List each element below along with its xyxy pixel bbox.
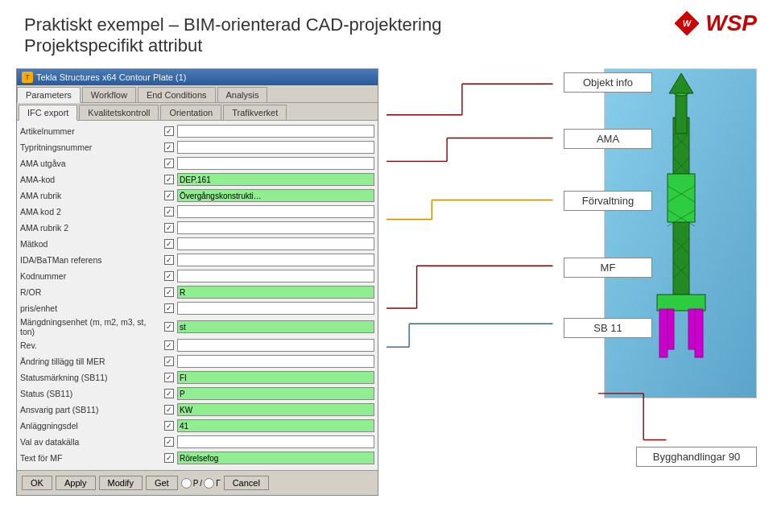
attr-value[interactable] [177, 221, 374, 234]
cancel-button[interactable]: Cancel [224, 476, 269, 490]
get-button[interactable]: Get [146, 476, 178, 490]
main-content: T Tekla Structures x64 Contour Plate (1)… [0, 64, 773, 500]
tab-ifc-export[interactable]: IFC export [19, 105, 77, 121]
attr-row: Ansvarig part (SB11)✓KW [20, 402, 374, 417]
attr-checkbox[interactable]: ✓ [161, 340, 177, 350]
attr-checkbox[interactable]: ✓ [161, 223, 177, 233]
tab-trafikverket[interactable]: Trafikverket [223, 105, 287, 120]
attr-row: Rev.✓ [20, 338, 374, 353]
attr-checkbox[interactable]: ✓ [161, 322, 177, 332]
radio-gamma-label: Γ [216, 479, 221, 488]
attr-label: Statusmärkning (SB11) [20, 373, 161, 382]
attr-label: Artikelnummer [20, 126, 161, 136]
attr-label: Val av datakälla [20, 437, 161, 447]
attr-checkbox[interactable]: ✓ [161, 175, 177, 184]
tab-analysis[interactable]: Analysis [217, 87, 268, 102]
attr-checkbox[interactable]: ✓ [161, 357, 177, 366]
right-panel: Objekt info AMA Förvaltning MF SB 11 Byg… [386, 68, 757, 471]
3d-model [604, 68, 757, 398]
attr-label: Mängdningsenhet (m, m2, m3, st, ton) [20, 317, 161, 336]
callout-ama: AMA [564, 129, 652, 149]
attr-value[interactable] [177, 435, 374, 448]
callout-objekt-info: Objekt info [564, 72, 652, 93]
attr-value[interactable]: Rörelsefog [177, 452, 374, 464]
attr-row: R/OR✓R [20, 285, 374, 299]
attr-checkbox[interactable]: ✓ [161, 271, 177, 281]
attr-value[interactable] [177, 237, 374, 250]
attr-checkbox[interactable]: ✓ [161, 159, 177, 168]
tab-kvalitetskontroll[interactable]: Kvalitetskontroll [79, 105, 159, 120]
dialog-titlebar: T Tekla Structures x64 Contour Plate (1) [17, 69, 378, 85]
attr-value[interactable] [177, 270, 374, 282]
attr-value[interactable] [177, 355, 374, 368]
attr-checkbox[interactable]: ✓ [161, 389, 177, 398]
attr-checkbox[interactable]: ✓ [161, 207, 177, 217]
apply-button[interactable]: Apply [56, 476, 96, 490]
attr-label: Ansvarig part (SB11) [20, 405, 161, 414]
attr-value[interactable] [177, 125, 374, 138]
svg-rect-22 [676, 93, 687, 134]
dialog-tabs-row1: Parameters Workflow End Conditions Analy… [17, 85, 378, 103]
attr-checkbox[interactable]: ✓ [161, 239, 177, 249]
attr-value[interactable] [177, 141, 374, 154]
attr-value[interactable] [177, 302, 374, 315]
attr-value[interactable] [177, 205, 374, 218]
attr-value[interactable]: KW [177, 403, 374, 416]
tab-end-conditions[interactable]: End Conditions [138, 87, 216, 102]
attr-label: Typritningsnummer [20, 142, 161, 152]
attr-label: AMA utgåva [20, 159, 161, 168]
dialog-footer: OK Apply Modify Get P / Γ Cancel [17, 470, 378, 495]
tab-orientation[interactable]: Orientation [160, 105, 221, 120]
wsp-diamond-icon: W [673, 10, 701, 37]
svg-rect-27 [695, 309, 703, 357]
attr-checkbox[interactable]: ✓ [161, 191, 177, 200]
attr-label: Mätkod [20, 239, 161, 249]
attr-value[interactable] [177, 157, 374, 170]
attr-value[interactable]: Övergångskonstrukti… [177, 189, 374, 202]
attr-row: IDA/BaTMan referens✓ [20, 253, 374, 267]
attr-value[interactable] [177, 339, 374, 352]
wsp-logo: W WSP [673, 10, 757, 37]
tekla-dialog: T Tekla Structures x64 Contour Plate (1)… [16, 68, 378, 496]
tab-workflow[interactable]: Workflow [82, 87, 136, 102]
ok-button[interactable]: OK [22, 476, 52, 490]
attr-checkbox[interactable]: ✓ [161, 255, 177, 265]
attr-checkbox[interactable]: ✓ [161, 126, 177, 136]
attr-value[interactable]: 41 [177, 419, 374, 432]
attr-value[interactable]: FI [177, 371, 374, 384]
svg-rect-26 [659, 309, 668, 357]
tab-parameters[interactable]: Parameters [17, 87, 81, 103]
attr-value[interactable]: R [177, 286, 374, 299]
attr-value[interactable]: st [177, 320, 374, 333]
wsp-text: WSP [705, 10, 757, 36]
attr-checkbox[interactable]: ✓ [161, 287, 177, 297]
attr-label: pris/enhet [20, 303, 161, 313]
attr-row: AMA kod 2✓ [20, 204, 374, 219]
attr-value[interactable] [177, 254, 374, 266]
attr-row: AMA rubrik 2✓ [20, 221, 374, 235]
attr-value[interactable]: P [177, 387, 374, 400]
attr-row: Ändring tillägg till MER✓ [20, 354, 374, 369]
radio-gamma[interactable] [204, 478, 214, 489]
attr-checkbox[interactable]: ✓ [161, 303, 177, 313]
callout-mf: MF [564, 258, 652, 278]
attr-value[interactable]: DEP.161 [177, 173, 374, 186]
modify-button[interactable]: Modify [99, 476, 143, 490]
attr-checkbox[interactable]: ✓ [161, 421, 177, 431]
page-header: Praktiskt exempel – BIM-orienterad CAD-p… [0, 0, 773, 64]
attr-row: Text för MF✓Rörelsefog [20, 451, 374, 465]
attr-checkbox[interactable]: ✓ [161, 453, 177, 463]
attr-row: Val av datakälla✓ [20, 435, 374, 449]
radio-p[interactable] [181, 478, 192, 489]
attr-row: Status (SB11)✓P [20, 386, 374, 401]
attr-label: AMA rubrik [20, 191, 161, 200]
attr-row: Typritningsnummer✓ [20, 140, 374, 155]
attr-checkbox[interactable]: ✓ [161, 373, 177, 382]
attr-checkbox[interactable]: ✓ [161, 142, 177, 152]
dialog-body: Artikelnummer✓Typritningsnummer✓AMA utgå… [17, 121, 378, 470]
page-subtitle: Projektspecifikt attribut [24, 35, 749, 56]
attr-checkbox[interactable]: ✓ [161, 437, 177, 447]
attr-row: Statusmärkning (SB11)✓FI [20, 370, 374, 385]
attr-checkbox[interactable]: ✓ [161, 405, 177, 414]
dialog-app-icon: T [22, 72, 33, 83]
